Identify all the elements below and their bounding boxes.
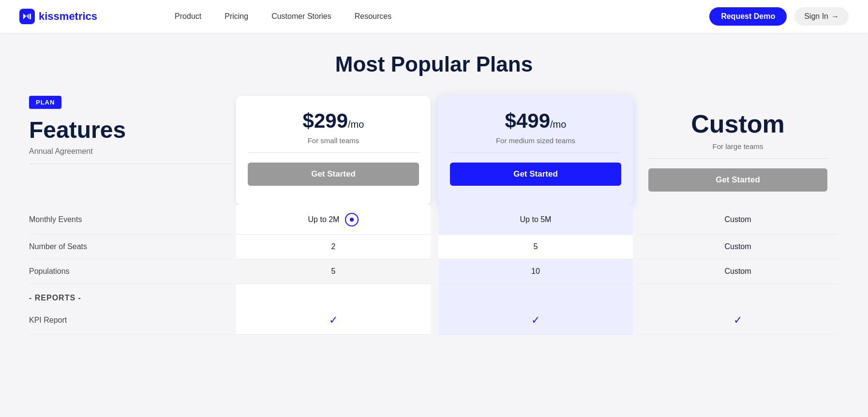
features-column: PLAN Features Annual Agreement [29,96,232,205]
svg-rect-1 [30,14,31,19]
logo-icon [19,9,35,24]
custom-divider [648,158,827,159]
checkmark-kpi-enterprise: ✓ [733,314,742,327]
sign-in-icon: → [831,12,839,21]
plan-small-desc: For small teams [248,136,419,145]
nav-resources[interactable]: Resources [355,12,391,21]
section-title: Most Popular Plans [29,52,839,76]
nav-links: Product Pricing Customer Stories Resourc… [175,12,709,21]
main-content: Most Popular Plans PLAN Features Annual … [0,33,868,364]
logo-text: kissmetrics [39,10,97,23]
feature-value-kpi-small: ✓ [236,306,431,335]
pricing-table: PLAN Features Annual Agreement $299/mo F… [29,96,839,335]
annual-agreement: Annual Agreement [29,147,232,156]
sign-in-button[interactable]: Sign In → [794,7,849,26]
logo[interactable]: kissmetrics [19,9,97,24]
plan-small-card: $299/mo For small teams Get Started [236,96,431,205]
plan-medium-card: $499/mo For medium sized teams Get Start… [438,96,633,205]
feature-value-seats-enterprise: Custom [637,235,839,259]
checkmark-kpi-small: ✓ [329,314,338,327]
reports-section-header: - REPORTS - [29,284,232,306]
feature-value-monthly-events-small: Up to 2M [236,205,431,235]
sign-in-label: Sign In [804,12,828,21]
get-started-medium-button[interactable]: Get Started [450,163,621,186]
plan-medium-desc: For medium sized teams [450,136,621,145]
get-started-enterprise-button[interactable]: Get Started [648,168,827,192]
reports-spacer-medium [438,284,633,306]
reports-spacer-enterprise [637,284,839,306]
nav-actions: Request Demo Sign In → [709,7,849,26]
get-started-small-button[interactable]: Get Started [248,163,419,186]
feature-value-monthly-events-enterprise: Custom [637,205,839,235]
plan-medium-price: $499/mo [450,109,621,133]
plan-small-price: $299/mo [248,109,419,133]
plan-badge: PLAN [29,96,61,109]
feature-value-kpi-medium: ✓ [438,306,633,335]
navbar: kissmetrics Product Pricing Customer Sto… [0,0,868,33]
feature-label-seats: Number of Seats [29,235,232,259]
nav-product[interactable]: Product [175,12,201,21]
feature-value-populations-small: 5 [236,259,431,284]
nav-customer-stories[interactable]: Customer Stories [271,12,331,21]
request-demo-button[interactable]: Request Demo [709,7,787,26]
plan-enterprise-desc: For large teams [648,142,827,150]
feature-value-kpi-enterprise: ✓ [637,306,839,335]
feature-label-monthly-events: Monthly Events [29,205,232,235]
feature-value-populations-enterprise: Custom [637,259,839,284]
circle-dot [350,218,354,222]
feature-value-seats-small: 2 [236,235,431,259]
features-title: Features [29,117,232,143]
features-divider [29,164,232,164]
card-divider-medium [450,152,621,153]
plan-enterprise-card: Custom For large teams Get Started [637,96,839,205]
feature-value-seats-medium: 5 [438,235,633,259]
feature-value-populations-medium: 10 [438,259,633,284]
feature-label-populations: Populations [29,259,232,284]
circle-indicator [345,213,359,226]
card-divider-small [248,152,419,153]
nav-pricing[interactable]: Pricing [224,12,248,21]
reports-spacer-small [236,284,431,306]
checkmark-kpi-medium: ✓ [531,314,540,327]
plan-enterprise-price: Custom [648,109,827,138]
feature-value-monthly-events-medium: Up to 5M [438,205,633,235]
feature-label-kpi: KPI Report [29,306,232,335]
